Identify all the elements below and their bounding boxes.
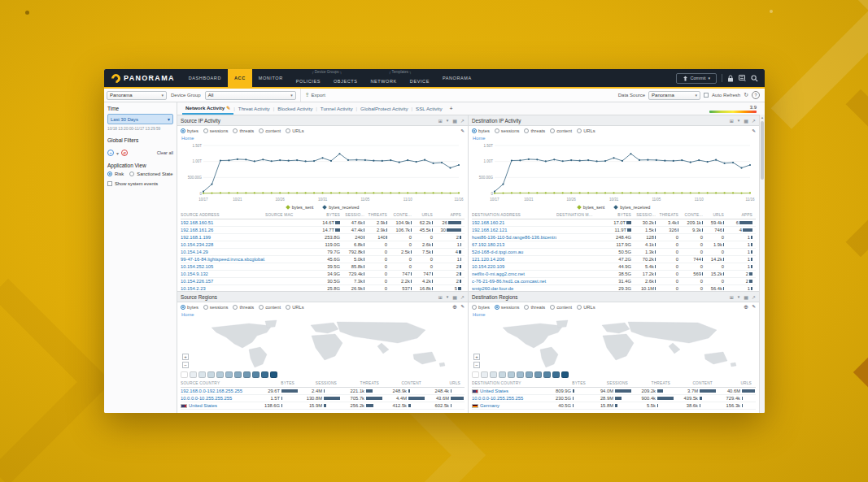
jump-to-logs-icon[interactable] <box>752 294 756 300</box>
data-source-select[interactable]: Panorama <box>648 91 700 100</box>
home-breadcrumb[interactable]: Home <box>469 136 759 141</box>
column-header[interactable]: SESSIONS <box>298 381 340 385</box>
globe-icon[interactable] <box>744 304 748 310</box>
maximize-icon[interactable] <box>730 294 734 300</box>
radio-icon[interactable] <box>286 305 290 310</box>
metric-bytes[interactable]: bytes <box>472 128 490 133</box>
nav-tab-network[interactable]: NETWORK <box>364 75 403 87</box>
table-view-icon[interactable] <box>452 118 457 124</box>
filter-icon[interactable] <box>446 118 449 124</box>
column-header[interactable]: CONTENT <box>382 381 425 385</box>
radio-icon[interactable] <box>524 128 529 133</box>
column-header[interactable]: SOURCE COUNTRY <box>181 381 255 385</box>
column-header[interactable]: SESSIO... <box>635 213 659 217</box>
table-view-icon[interactable] <box>744 294 748 300</box>
search-icon[interactable] <box>751 75 758 82</box>
time-range-select[interactable]: Last 30 Days <box>107 114 173 124</box>
address-link[interactable]: 67.192.180.213 <box>472 242 504 247</box>
context-select[interactable]: Panorama <box>107 91 167 100</box>
clear-filter-icon[interactable] <box>121 150 128 156</box>
radio-icon[interactable] <box>550 305 555 310</box>
column-header[interactable]: THREATS <box>340 381 382 385</box>
column-header[interactable]: URLS <box>425 381 464 385</box>
column-header[interactable]: BYTES <box>312 213 343 217</box>
column-header[interactable]: SESSIONS <box>589 381 631 385</box>
address-link[interactable]: c-76-21-69-86.hsd1.ca.comcast.net <box>472 279 546 284</box>
address-link[interactable]: 10.154.14.29 <box>181 250 208 254</box>
radio-icon[interactable] <box>203 305 208 310</box>
home-breadcrumb[interactable]: Home <box>177 136 468 141</box>
filter-icon[interactable] <box>737 118 740 124</box>
show-system-events-checkbox[interactable] <box>107 181 112 186</box>
metric-urls[interactable]: URLs <box>577 305 595 310</box>
radio-icon[interactable] <box>550 128 555 133</box>
tab-threat-activity[interactable]: Threat Activity <box>235 102 273 115</box>
nav-tab-objects[interactable]: OBJECTS <box>327 75 364 87</box>
radio-icon[interactable] <box>472 128 477 133</box>
address-link[interactable]: 192.168.160.51 <box>181 220 213 225</box>
maximize-icon[interactable] <box>730 118 734 124</box>
commit-button[interactable]: Commit <box>676 73 717 84</box>
jump-to-logs-icon[interactable] <box>460 118 465 124</box>
metric-sessions[interactable]: sessions <box>203 128 229 133</box>
address-link[interactable]: 10.154.2.23 <box>181 286 206 291</box>
column-header[interactable]: BYTES <box>255 381 298 385</box>
radio-icon[interactable] <box>181 305 185 310</box>
column-header[interactable]: URLS <box>706 213 727 217</box>
metric-urls[interactable]: URLs <box>286 305 304 310</box>
add-tab-button[interactable] <box>450 106 453 111</box>
column-header[interactable]: DESTINATION M... <box>556 213 604 217</box>
radio-icon[interactable] <box>233 128 238 133</box>
nav-tab-device[interactable]: DEVICE <box>403 75 436 87</box>
metric-content[interactable]: content <box>550 128 572 133</box>
address-link[interactable]: host86-136-110-5d.range86-136.btcentralp… <box>472 235 556 240</box>
zoom-out-button[interactable] <box>182 362 189 368</box>
radio-icon[interactable] <box>577 128 582 133</box>
column-header[interactable]: URLS <box>716 381 755 385</box>
address-link[interactable]: smtp260.dar.four.de <box>472 286 513 291</box>
nav-tab-monitor[interactable]: MONITOR <box>252 69 290 87</box>
column-header[interactable]: SESSIO... <box>343 213 368 217</box>
device-group-select[interactable]: All <box>205 91 296 100</box>
address-link[interactable]: Germany <box>480 403 499 408</box>
nav-tab-panorama[interactable]: PANORAMA <box>436 69 478 87</box>
address-link[interactable]: 192.168.162.121 <box>472 228 508 232</box>
metric-content[interactable]: content <box>259 305 281 310</box>
jump-to-logs-icon[interactable] <box>752 118 756 124</box>
edit-icon[interactable] <box>752 128 756 133</box>
radio-icon[interactable] <box>259 128 264 133</box>
sanctioned-state-radio[interactable] <box>129 172 134 176</box>
metric-urls[interactable]: URLs <box>577 128 595 133</box>
metric-threats[interactable]: threats <box>524 128 545 133</box>
refresh-icon[interactable]: ↻ <box>744 92 748 98</box>
column-header[interactable]: THREATS <box>368 213 390 217</box>
column-header[interactable]: THREATS <box>659 213 682 217</box>
address-link[interactable]: 10.0.0.0-10.255.255.255 <box>472 396 523 401</box>
column-header[interactable]: DESTINATION COUNTRY <box>472 381 547 385</box>
column-header[interactable]: BYTES <box>547 381 589 385</box>
table-view-icon[interactable] <box>452 294 457 300</box>
home-breadcrumb[interactable]: Home <box>469 312 759 318</box>
address-link[interactable]: 10.154.220.109 <box>472 264 504 269</box>
address-link[interactable]: 10.154.226.157 <box>181 279 213 284</box>
column-header[interactable]: THREATS <box>631 381 674 385</box>
tasks-icon[interactable] <box>739 75 746 81</box>
clear-all-link[interactable]: Clear all <box>157 150 173 155</box>
metric-threats[interactable]: threats <box>233 305 254 310</box>
auto-refresh-checkbox[interactable] <box>704 93 709 98</box>
metric-sessions[interactable]: sessions <box>495 128 520 133</box>
maximize-icon[interactable] <box>438 294 443 300</box>
metric-bytes[interactable]: bytes <box>472 305 490 310</box>
zoom-in-button[interactable] <box>182 354 189 360</box>
address-link[interactable]: 192.168.1.199 <box>181 235 211 240</box>
radio-icon[interactable] <box>495 305 499 310</box>
edit-tab-icon[interactable] <box>226 105 230 111</box>
address-link[interactable]: 10.154.252.105 <box>181 264 213 269</box>
chevron-down-icon[interactable] <box>116 150 119 156</box>
radio-icon[interactable] <box>577 305 582 310</box>
globe-icon[interactable] <box>452 304 457 310</box>
address-link[interactable]: 121.120.14.206 <box>472 257 504 262</box>
column-header[interactable]: BYTES <box>604 213 635 217</box>
help-icon[interactable]: ? <box>752 91 760 99</box>
address-link[interactable]: 52d-168-d-d.tpgi.com.au <box>472 250 523 254</box>
